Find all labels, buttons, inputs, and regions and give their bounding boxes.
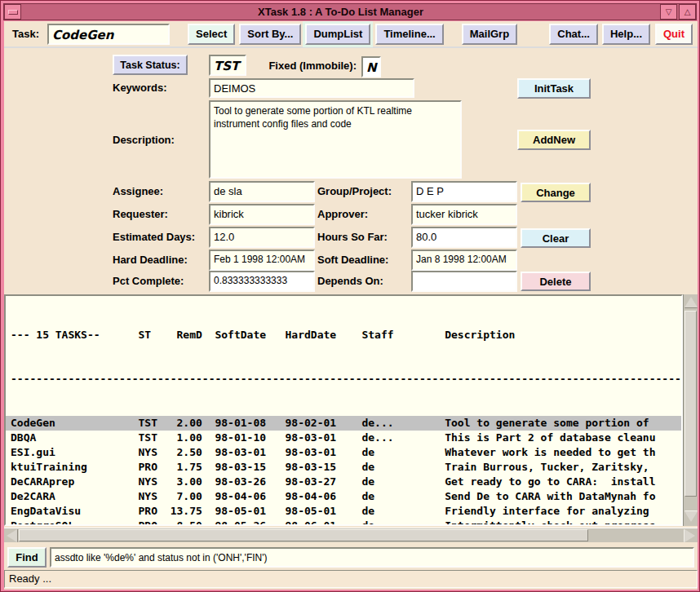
xtask-window: XTask 1.8 : A To-Do List Manager ▽ △ Tas…: [0, 0, 700, 592]
table-row[interactable]: DeCARAprep NYS 3.00 98-03-26 98-03-27 de…: [11, 475, 681, 489]
assignee-label: Assignee:: [113, 185, 163, 197]
vertical-scroll-thumb[interactable]: [684, 311, 697, 497]
help-button[interactable]: Help...: [602, 24, 650, 45]
window-menu-button[interactable]: [4, 4, 21, 20]
scroll-right-icon[interactable]: [684, 529, 695, 542]
chat-button[interactable]: Chat...: [549, 24, 598, 45]
triangle-down-icon: ▽: [666, 8, 672, 16]
window-shade-button[interactable]: ▽: [660, 4, 677, 20]
hours-so-far-label: Hours So Far:: [317, 231, 388, 243]
init-task-button[interactable]: InitTask: [517, 78, 591, 99]
find-query-input[interactable]: [50, 547, 694, 568]
clear-button[interactable]: Clear: [521, 228, 591, 248]
mailgrp-button[interactable]: MailGrp: [462, 24, 517, 45]
requester-field[interactable]: kibrick: [209, 204, 315, 225]
title-bar[interactable]: XTask 1.8 : A To-Do List Manager ▽ △: [3, 3, 697, 20]
description-field[interactable]: Tool to generate some portion of KTL rea…: [209, 100, 462, 179]
vertical-scrollbar[interactable]: [683, 294, 698, 526]
dumplist-button[interactable]: DumpList: [305, 24, 370, 45]
delete-button[interactable]: Delete: [521, 272, 591, 291]
window-title: XTask 1.8 : A To-Do List Manager: [21, 6, 660, 18]
add-new-button[interactable]: AddNew: [517, 130, 591, 150]
hard-deadline-field[interactable]: Feb 1 1998 12:00AM: [209, 250, 315, 271]
task-list[interactable]: --- 15 TASKS-- ST RemD SoftDate HardDate…: [4, 294, 683, 526]
depends-on-label: Depends On:: [317, 275, 383, 287]
table-separator: ----------------------------------------…: [11, 372, 681, 387]
quit-button[interactable]: Quit: [655, 24, 693, 45]
table-row[interactable]: ktuiTraining PRO 1.75 98-03-15 98-03-15 …: [11, 460, 681, 475]
approver-label: Approver:: [317, 208, 368, 220]
pct-complete-field[interactable]: 0.833333333333: [209, 271, 315, 292]
table-row[interactable]: DBQA TST 1.00 98-01-10 98-03-01 de... Th…: [11, 431, 681, 445]
fixed-immobile-label: Fixed (Immobile):: [249, 60, 357, 72]
table-row[interactable]: EngDataVisu PRO 13.75 98-05-01 98-05-01 …: [11, 504, 681, 519]
task-label: Task:: [12, 28, 39, 40]
assignee-field[interactable]: de sla: [209, 181, 315, 202]
table-header-line: --- 15 TASKS-- ST RemD SoftDate HardDate…: [11, 328, 681, 342]
triangle-up-icon: △: [684, 8, 691, 16]
table-row[interactable]: PostgreSQL PRO 8.50 98-05-26 98-06-01 de…: [11, 519, 681, 526]
scroll-down-icon[interactable]: [684, 511, 698, 522]
soft-deadline-field[interactable]: Jan 8 1998 12:00AM: [411, 250, 517, 271]
estimated-days-label: Estimated Days:: [113, 231, 195, 243]
soft-deadline-label: Soft Deadline:: [317, 254, 388, 266]
pct-complete-label: Pct Complete:: [113, 275, 184, 287]
toolbar: Task: CodeGen Select Sort By... DumpList…: [4, 21, 698, 48]
main-content: Task: CodeGen Select Sort By... DumpList…: [4, 21, 698, 590]
change-button[interactable]: Change: [521, 183, 591, 202]
task-name-input[interactable]: CodeGen: [47, 24, 170, 45]
hours-so-far-field[interactable]: 80.0: [411, 227, 517, 248]
window-unshade-button[interactable]: △: [679, 4, 696, 20]
keywords-label: Keywords:: [113, 82, 166, 94]
window-menu-icon: [8, 10, 18, 15]
status-text: Ready ...: [9, 572, 51, 585]
select-button[interactable]: Select: [188, 24, 235, 45]
status-bar: Ready ...: [4, 570, 698, 588]
horizontal-scrollbar[interactable]: [4, 528, 698, 542]
task-status-button[interactable]: Task Status:: [113, 55, 188, 75]
hard-deadline-label: Hard Deadline:: [113, 254, 188, 266]
sort-by-button[interactable]: Sort By...: [239, 24, 301, 45]
table-rows: CodeGen TST 2.00 98-01-08 98-02-01 de...…: [11, 416, 681, 526]
keywords-field[interactable]: DEIMOS: [209, 78, 414, 98]
requester-label: Requester:: [113, 208, 168, 220]
table-row[interactable]: ESI.gui NYS 2.50 98-03-01 98-03-01 de Wh…: [11, 445, 681, 460]
timeline-button[interactable]: Timeline...: [375, 24, 443, 45]
table-row[interactable]: De2CARA NYS 7.00 98-04-06 98-04-06 de Se…: [11, 489, 681, 504]
task-status-field[interactable]: TST: [209, 55, 246, 76]
find-button[interactable]: Find: [7, 547, 47, 568]
approver-field[interactable]: tucker kibrick: [411, 204, 517, 225]
fixed-immobile-field[interactable]: N: [361, 56, 381, 77]
group-project-field[interactable]: D E P: [411, 181, 517, 202]
scroll-up-icon[interactable]: [684, 297, 698, 307]
table-row[interactable]: CodeGen TST 2.00 98-01-08 98-02-01 de...…: [6, 416, 683, 431]
horizontal-scroll-thumb[interactable]: [19, 529, 588, 541]
description-label: Description:: [113, 134, 175, 146]
scroll-left-icon[interactable]: [7, 529, 17, 542]
group-project-label: Group/Project:: [317, 185, 392, 197]
depends-on-field[interactable]: [411, 271, 517, 292]
estimated-days-field[interactable]: 12.0: [209, 227, 315, 248]
